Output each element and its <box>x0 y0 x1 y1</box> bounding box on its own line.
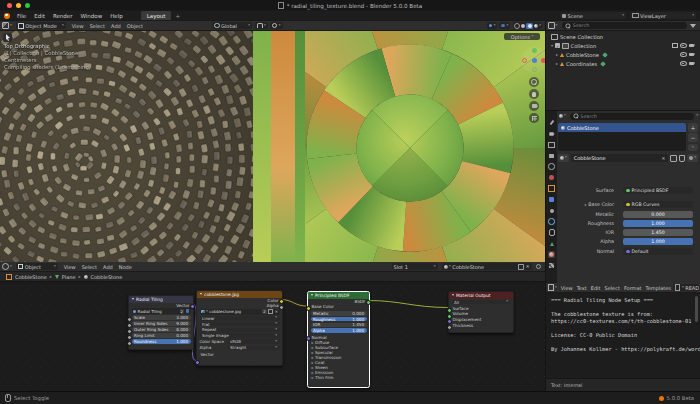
node-principled-bsdf[interactable]: Principled BSDF BSDF Base Color Metallic… <box>307 291 370 388</box>
roughness-field[interactable]: 1.000 <box>623 220 693 227</box>
blender-logo-icon[interactable] <box>4 13 10 19</box>
socket-alpha-out[interactable] <box>279 305 284 310</box>
zoom-window-button[interactable] <box>25 3 30 8</box>
navigation-gizmo[interactable] <box>521 47 545 73</box>
viewport-menu-view[interactable]: View <box>69 21 87 30</box>
input-outer-ring-sides[interactable]: Outer Ring Sides8.000 <box>132 327 191 332</box>
viewlayer-selector[interactable]: ViewLayer ▾ <box>630 12 696 19</box>
projection-dropdown[interactable]: Flat▾ <box>200 322 280 327</box>
text-menu-templates[interactable]: Templates <box>644 283 673 292</box>
menu-window[interactable]: Window <box>76 11 106 20</box>
socket-thickness-in[interactable] <box>447 325 452 330</box>
pin-icon[interactable] <box>536 264 542 270</box>
tab-output-icon[interactable] <box>548 141 555 148</box>
socket-base-color-in[interactable] <box>306 306 311 311</box>
source-dropdown[interactable]: Single Image▾ <box>200 333 280 338</box>
gizmo-axis-x-neg[interactable] <box>522 58 527 63</box>
viewport-menu-select[interactable]: Select <box>87 21 108 30</box>
node-material-output[interactable]: Material Output All▾ Surface Volume Disp… <box>448 291 514 333</box>
input-inner-ring-sides[interactable]: Inner Ring Sides9.000 <box>132 321 191 326</box>
collection-checkbox[interactable]: ✓ <box>555 43 560 48</box>
outliner-row-collection[interactable]: ▾ ✓ Collection <box>551 41 697 50</box>
disable-render-icon[interactable] <box>689 44 694 48</box>
base-color-field[interactable]: RGB Curves <box>623 201 693 208</box>
browse-material-button[interactable]: ▾ <box>558 154 569 162</box>
hide-viewport-icon[interactable] <box>680 52 687 57</box>
text-menu-text[interactable]: Text <box>575 283 589 292</box>
shading-solid-icon[interactable] <box>521 24 525 28</box>
select-tool-button[interactable] <box>3 33 12 42</box>
node-menu-view[interactable]: View <box>61 262 79 271</box>
remove-slot-button[interactable]: − <box>688 133 698 142</box>
breadcrumb-mesh[interactable]: Plane <box>62 274 76 280</box>
text-editor-scrollbar[interactable] <box>695 296 698 322</box>
socket-color-out[interactable] <box>279 299 284 304</box>
properties-context-icon[interactable]: ▾ <box>557 114 568 118</box>
material-name-field[interactable]: CobbleStone ✕ <box>571 154 668 162</box>
group-users-count[interactable]: 2 <box>180 309 184 314</box>
breadcrumb-material[interactable]: CobbleStone <box>91 274 123 280</box>
input-ring-limit[interactable]: Ring Limit0.000 <box>132 333 191 338</box>
viewport-3d[interactable]: Top Orthographic (1) Collection | Cobble… <box>0 31 545 262</box>
principled-ior[interactable]: IOR1.450 <box>311 323 367 328</box>
outliner-row-coordinates[interactable]: ▸ Coordinates <box>556 59 697 68</box>
image-users-count[interactable]: 2 <box>262 309 266 314</box>
new-material-icon[interactable] <box>670 155 677 162</box>
hide-viewport-icon[interactable] <box>680 43 687 48</box>
tab-scene-icon[interactable] <box>548 163 555 170</box>
socket-volume-in[interactable] <box>447 314 452 319</box>
disable-render-icon[interactable] <box>689 53 694 57</box>
text-menu-select[interactable]: Select <box>602 283 621 292</box>
tab-world-icon[interactable] <box>548 174 555 181</box>
properties-search[interactable]: Search <box>570 113 694 120</box>
viewport-menu-object[interactable]: Object <box>124 21 146 30</box>
outliner-editor-type-button[interactable]: ▾ <box>546 22 559 29</box>
socket-vector-in[interactable] <box>195 360 200 365</box>
material-slot-active[interactable]: CobbleStone <box>558 123 686 132</box>
radial-pattern-svg[interactable] <box>253 31 545 262</box>
outliner-row-scene-collection[interactable]: Scene Collection <box>551 32 603 41</box>
panel-thin-film[interactable]: ▸Thin Film <box>308 375 369 380</box>
transform-orientation-selector[interactable]: Global ▾ <box>212 22 252 29</box>
zoom-view-button[interactable] <box>529 77 539 87</box>
minimize-window-button[interactable] <box>16 3 21 8</box>
gizmo-axis-z[interactable] <box>532 58 537 63</box>
gizmos-toggle[interactable]: ▾ <box>487 22 498 29</box>
hide-viewport-icon[interactable] <box>680 61 687 66</box>
principled-roughness[interactable]: Roughness1.000 <box>311 317 367 322</box>
fake-user-shield-icon[interactable] <box>679 155 685 162</box>
unlink-image-button[interactable]: ✕ <box>275 309 278 314</box>
color-space-dropdown[interactable]: sRGB▾ <box>228 339 280 344</box>
text-menu-view[interactable]: View <box>559 283 575 292</box>
outliner-search[interactable]: Search <box>562 22 687 29</box>
camera-view-button[interactable] <box>529 101 539 111</box>
fake-user-icon[interactable] <box>268 309 273 315</box>
shading-material-icon[interactable] <box>526 23 533 29</box>
outliner-row-cobblestone[interactable]: ▸ CobbleStone <box>556 50 697 59</box>
text-editor-type-button[interactable]: ▾ <box>546 284 559 291</box>
menu-help[interactable]: Help <box>106 11 127 20</box>
perspective-toggle-button[interactable] <box>529 113 539 123</box>
input-scale[interactable]: Scale3.000 <box>132 315 191 320</box>
fake-user-button[interactable] <box>518 264 524 270</box>
close-window-button[interactable] <box>7 3 12 8</box>
ior-field[interactable]: 1.450 <box>623 229 693 236</box>
node-menu-select[interactable]: Select <box>79 262 100 271</box>
add-slot-button[interactable]: + <box>688 123 698 132</box>
input-roundness[interactable]: Roundness1.000 <box>132 339 191 344</box>
tab-tool-icon[interactable] <box>548 119 555 126</box>
breadcrumb-object[interactable]: CobbleStone <box>15 274 47 280</box>
text-menu-format[interactable]: Format <box>622 283 644 292</box>
shader-type-selector[interactable]: Object ▾ <box>16 263 58 270</box>
menu-file[interactable]: File <box>13 11 30 20</box>
holdout-icon[interactable] <box>672 43 679 49</box>
alpha-field[interactable]: 1.000 <box>623 238 693 245</box>
viewport-menu-add[interactable]: Add <box>108 21 124 30</box>
shading-wireframe-icon[interactable] <box>514 23 520 29</box>
socket-roundness-in[interactable] <box>127 341 132 346</box>
node-menu-node[interactable]: Node <box>116 262 135 271</box>
slot-specials-button[interactable]: ▾ <box>688 144 698 151</box>
principled-metallic[interactable]: Metallic0.000 <box>311 311 367 316</box>
scene-selector[interactable]: Scene ▾ <box>560 12 626 19</box>
gizmo-axis-y[interactable] <box>532 48 537 53</box>
